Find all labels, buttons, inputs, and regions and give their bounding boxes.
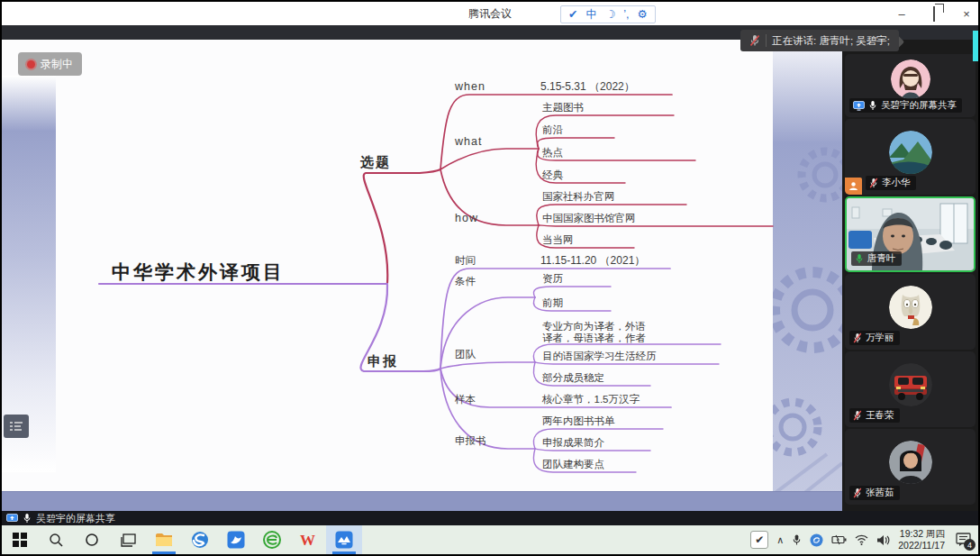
battery-icon[interactable] bbox=[831, 534, 847, 545]
ime-punctuation-icon[interactable]: ’, bbox=[623, 5, 629, 23]
blue-swirl-browser-icon bbox=[191, 531, 209, 549]
restore-button[interactable] bbox=[928, 7, 940, 21]
participant-tile[interactable]: 吴碧宇的屏幕共享 bbox=[845, 54, 975, 117]
mic-on-icon bbox=[868, 100, 877, 111]
restore-icon bbox=[933, 6, 935, 22]
mic-speaking-icon bbox=[855, 253, 864, 264]
node-tuandui-line2: 译者，母语译者，作者 bbox=[542, 333, 646, 343]
shared-screen: 录制中 bbox=[2, 40, 842, 511]
green-browser-button[interactable] bbox=[254, 525, 290, 554]
clock-time: 19:32 周四 bbox=[898, 528, 945, 540]
windows-taskbar: W ✔ ∧ bbox=[2, 525, 978, 554]
participant-name: 唐青叶 bbox=[867, 252, 896, 265]
avatar-portrait-photo bbox=[889, 441, 932, 484]
node-tuandui-child: 目的语国家学习生活经历 bbox=[542, 351, 657, 361]
minimize-button[interactable]: – bbox=[895, 7, 908, 21]
ime-language-icon[interactable]: 中 bbox=[585, 5, 597, 23]
participant-tile-speaking[interactable]: 唐青叶 bbox=[845, 196, 975, 272]
host-badge-icon bbox=[845, 178, 862, 195]
hidden-icons-chevron[interactable]: ∧ bbox=[776, 534, 784, 546]
tray-sync-icon[interactable] bbox=[810, 533, 823, 547]
node-tuandui: 团队 bbox=[455, 349, 476, 360]
node-what-child: 前沿 bbox=[542, 124, 564, 135]
participant-tile[interactable]: 张茜茹 bbox=[845, 429, 975, 505]
participant-tile[interactable]: 王春荣 bbox=[845, 351, 975, 427]
node-shenbaoshu-child: 两年内图书书单 bbox=[542, 415, 615, 426]
node-what: what bbox=[454, 135, 482, 148]
participant-name: 李小华 bbox=[882, 177, 911, 189]
wps-w-icon: W bbox=[299, 532, 317, 548]
node-how: how bbox=[455, 212, 478, 224]
messenger-button[interactable] bbox=[218, 525, 254, 554]
search-icon bbox=[49, 533, 63, 547]
edge-scroll-indicator bbox=[973, 31, 978, 61]
outline-toggle-button[interactable] bbox=[4, 415, 29, 438]
tencent-meeting-button[interactable] bbox=[326, 525, 362, 554]
participant-tile[interactable]: 李小华 bbox=[845, 119, 975, 195]
wifi-icon[interactable] bbox=[855, 534, 868, 545]
participant-tile[interactable]: 万学丽 bbox=[845, 274, 975, 350]
node-tuandui-child: 部分成员稳定 bbox=[542, 372, 604, 383]
window-title: 腾讯会议 bbox=[2, 2, 978, 25]
ime-check-icon[interactable]: ✔ bbox=[568, 5, 577, 23]
mic-muted-icon bbox=[869, 178, 878, 188]
recording-label: 录制中 bbox=[41, 57, 73, 72]
cortana-icon bbox=[85, 533, 99, 547]
node-tiaojian: 条件 bbox=[455, 276, 476, 287]
close-button[interactable]: × bbox=[960, 7, 973, 21]
node-how-child: 国家社科办官网 bbox=[542, 191, 615, 202]
window-titlebar: 腾讯会议 ✔ 中 ☽ ’, ⚙ – × bbox=[2, 2, 978, 25]
windows-logo-icon bbox=[13, 533, 27, 547]
tray-clock[interactable]: 19:32 周四 2022/11/17 bbox=[898, 528, 945, 551]
node-what-child: 主题图书 bbox=[542, 102, 584, 113]
screen-share-icon bbox=[853, 101, 865, 111]
node-tiaojian-child: 前期 bbox=[542, 297, 563, 308]
node-shenbaoshu-child: 团队建构要点 bbox=[542, 459, 604, 469]
svg-text:W: W bbox=[300, 532, 315, 548]
node-tuandui-line1: 专业方向为译者，外语 bbox=[542, 321, 646, 332]
branch-shenbao: 申报 bbox=[368, 353, 398, 369]
tencent-meeting-icon bbox=[335, 531, 353, 549]
branch-xuanti: 选题 bbox=[359, 154, 391, 169]
node-what-child: 经典 bbox=[542, 169, 564, 180]
folder-icon bbox=[155, 533, 173, 547]
ime-tray-icon[interactable]: ✔ bbox=[750, 531, 768, 549]
search-button[interactable] bbox=[38, 525, 74, 554]
notification-center-button[interactable]: 4 bbox=[953, 530, 973, 550]
recording-badge[interactable]: 录制中 bbox=[18, 52, 82, 76]
screen-share-icon bbox=[6, 514, 18, 524]
participant-name: 吴碧宇的屏幕共享 bbox=[881, 99, 957, 112]
mic-on-icon bbox=[23, 513, 32, 524]
mindmap-root: 中华学术外译项目 bbox=[112, 261, 285, 282]
file-explorer-button[interactable] bbox=[146, 525, 182, 554]
avatar-cartoon-character bbox=[889, 286, 932, 329]
participant-name: 张茜茹 bbox=[866, 487, 894, 499]
record-dot-icon bbox=[27, 60, 35, 68]
share-banner-text: 吴碧宇的屏幕共享 bbox=[36, 512, 115, 525]
node-time-value: 11.15-11.20 （2021） bbox=[540, 254, 645, 267]
browser-swirl-button[interactable] bbox=[182, 525, 218, 554]
ime-gear-icon[interactable]: ⚙ bbox=[637, 5, 647, 23]
node-how-child: 当当网 bbox=[542, 234, 574, 245]
node-when-value: 5.15-5.31 （2022） bbox=[540, 80, 635, 93]
node-yangben-value: 核心章节，1.5万汉字 bbox=[541, 394, 640, 405]
ime-toolbar[interactable]: ✔ 中 ☽ ’, ⚙ bbox=[560, 5, 656, 23]
mic-muted-icon bbox=[853, 410, 862, 421]
start-button[interactable] bbox=[2, 525, 38, 554]
mic-muted-icon bbox=[853, 333, 862, 343]
ime-moon-icon[interactable]: ☽ bbox=[605, 5, 615, 23]
speaking-text: 正在讲话: 唐青叶; 吴碧宇; bbox=[772, 34, 890, 48]
wps-button[interactable]: W bbox=[290, 525, 326, 554]
node-yangben: 样本 bbox=[454, 394, 476, 405]
task-view-button[interactable] bbox=[110, 525, 146, 554]
node-shenbaoshu: 申报书 bbox=[455, 435, 486, 446]
tray-mic-icon[interactable] bbox=[792, 533, 802, 546]
notification-badge: 4 bbox=[964, 539, 975, 551]
avatar-red-truck bbox=[889, 363, 932, 406]
cortana-button[interactable] bbox=[74, 525, 110, 554]
node-what-child: 热点 bbox=[541, 147, 563, 158]
desktop: 腾讯会议 ✔ 中 ☽ ’, ⚙ – × 正在讲话: 唐青叶; 吴碧宇; bbox=[0, 0, 980, 556]
speaker-icon[interactable] bbox=[876, 534, 890, 546]
clock-date: 2022/11/17 bbox=[898, 540, 945, 551]
mic-muted-icon bbox=[853, 488, 862, 498]
